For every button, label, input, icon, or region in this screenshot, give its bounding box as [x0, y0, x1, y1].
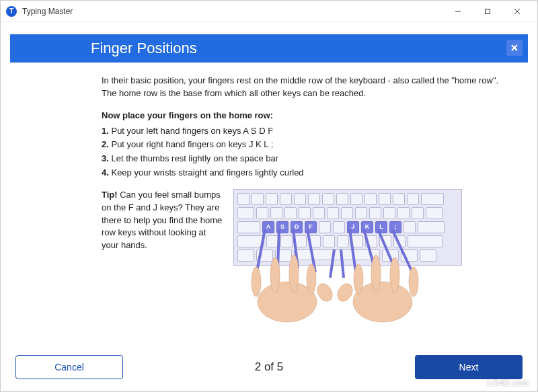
- app-window: T Typing Master Finger Positions In thei…: [0, 0, 538, 392]
- svg-point-24: [390, 258, 399, 292]
- hands-illustration: [233, 229, 462, 323]
- step-1: 1. Put your left hand fingers on keys A …: [102, 125, 506, 138]
- step-2: 2. Put your right hand fingers on keys J…: [102, 139, 506, 151]
- instruction-heading: Now place your fingers on the home row:: [102, 110, 506, 122]
- page-header: Finger Positions: [10, 34, 528, 63]
- step-4: 4. Keep your wrists straight and fingers…: [102, 167, 506, 180]
- svg-point-21: [314, 281, 335, 304]
- svg-line-14: [330, 249, 334, 278]
- svg-line-10: [350, 229, 356, 272]
- svg-point-18: [270, 258, 280, 292]
- svg-line-15: [341, 249, 344, 278]
- footer: Cancel 2 of 5 Next: [1, 350, 537, 391]
- tip-body: Can you feel small bumps on the F and J …: [102, 190, 222, 250]
- maximize-button[interactable]: [473, 1, 502, 22]
- titlebar: T Typing Master: [1, 1, 537, 22]
- next-button[interactable]: Next: [415, 355, 523, 379]
- header-close-button[interactable]: [506, 40, 523, 56]
- svg-point-23: [409, 267, 418, 297]
- window-title: Typing Master: [22, 7, 443, 16]
- step-3: 3. Let the thumbs rest lightly on the sp…: [102, 153, 506, 165]
- tip-row: Tip! Can you feel small bumps on the F a…: [102, 189, 506, 323]
- cancel-button[interactable]: Cancel: [15, 355, 123, 379]
- svg-point-19: [289, 255, 299, 292]
- svg-point-27: [334, 281, 355, 304]
- intro-text: In their basic position, your fingers re…: [102, 75, 506, 100]
- close-button[interactable]: [502, 1, 532, 22]
- window-controls: [443, 1, 532, 22]
- svg-point-26: [354, 264, 363, 294]
- minimize-button[interactable]: [443, 1, 473, 22]
- tip-text: Tip! Can you feel small bumps on the F a…: [102, 189, 223, 323]
- svg-point-17: [252, 267, 261, 297]
- page-indicator: 2 of 5: [137, 360, 401, 374]
- watermark: LO4D.com: [488, 379, 529, 388]
- svg-point-25: [371, 255, 381, 292]
- svg-rect-1: [486, 9, 490, 13]
- svg-point-20: [307, 264, 316, 294]
- page-title: Finger Positions: [91, 40, 197, 57]
- tip-label: Tip!: [102, 190, 118, 200]
- keyboard-illustration: A S D F J K L ;: [233, 189, 462, 323]
- app-icon: T: [6, 6, 17, 17]
- lesson-body: In their basic position, your fingers re…: [10, 63, 528, 340]
- content-area: Finger Positions In their basic position…: [1, 22, 537, 350]
